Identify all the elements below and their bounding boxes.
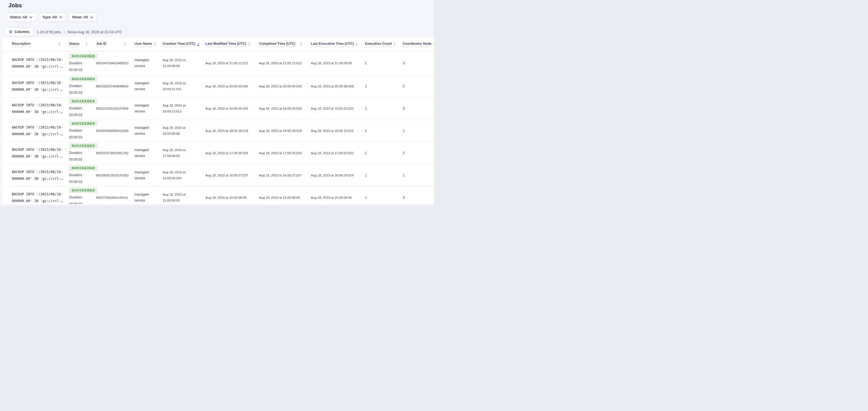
- sort-icon: [433, 42, 434, 46]
- sort-down-arrow: [248, 45, 251, 46]
- show-filter-dropdown[interactable]: Show: All: [69, 13, 97, 22]
- column-header-execcount[interactable]: Execution Count: [361, 37, 398, 51]
- status-badge: SUCCEEDED: [69, 187, 97, 193]
- column-header-description[interactable]: Description: [3, 37, 65, 51]
- status-badge: SUCCEEDED: [69, 165, 97, 171]
- sort-down-arrow: [433, 45, 434, 46]
- column-header-job_id[interactable]: Job ID: [92, 37, 130, 51]
- type-filter-dropdown[interactable]: Type: All: [39, 13, 65, 22]
- job-description-link[interactable]: BACKUP INTO '/2023/08/18-000000.00' IN '…: [12, 146, 63, 160]
- sort-down-arrow: [197, 45, 199, 46]
- last-execution-time-cell: Aug 18, 2023 at 18:00:15:015: [306, 119, 361, 142]
- filter-bar: Status: AllType: AllShow: All: [6, 13, 434, 22]
- sort-up-arrow: [248, 42, 251, 44]
- column-label: Description: [12, 42, 30, 47]
- description-cell: BACKUP INTO '/2023/08/18-000000.00' IN '…: [3, 97, 65, 119]
- sort-icon: [85, 42, 88, 46]
- job-description-link[interactable]: BACKUP INTO '/2023/08/18-000000.00' IN '…: [12, 169, 63, 182]
- since-timestamp: Since Aug 16, 2023 at 21:04 UTC: [67, 30, 122, 34]
- job-description-link[interactable]: BACKUP INTO '/2023/08/18-000000.00' IN '…: [12, 191, 63, 204]
- status-filter-dropdown[interactable]: Status: All: [6, 13, 36, 22]
- sort-down-arrow: [394, 45, 396, 46]
- column-label: Job ID: [96, 42, 106, 47]
- status-cell: SUCCEEDED Duration: 00:00:03: [65, 119, 92, 142]
- sort-icon: [124, 42, 126, 46]
- table-header-row: DescriptionStatusJob IDUser NameCreation…: [3, 37, 434, 51]
- jobs-page: Jobs Status: AllType: AllShow: All ⚙ Col…: [0, 0, 434, 206]
- creation-time-cell: Aug 18, 2023 at 21:00:09:09: [158, 51, 201, 75]
- creation-time-cell: Aug 18, 2023 at 15:00:00:00: [158, 186, 201, 204]
- column-header-creation[interactable]: Creation Time (UTC): [158, 37, 201, 51]
- status-badge: SUCCEEDED: [69, 53, 97, 59]
- job-description-link[interactable]: BACKUP INTO '/2023/08/18-000000.00' IN '…: [12, 102, 63, 115]
- status-badge: SUCCEEDED: [69, 143, 97, 149]
- sort-up-arrow: [433, 42, 434, 44]
- table-toolbar: ⚙ Columns 1-20 of 55 jobs | Since Aug 16…: [5, 27, 434, 36]
- job-duration: Duration: 00:00:03: [69, 60, 89, 73]
- job-duration: Duration: 00:00:03: [69, 127, 89, 141]
- chevron-down-icon: [29, 16, 32, 18]
- creation-time-cell: Aug 18, 2023 at 16:00:20:020: [158, 164, 201, 186]
- table-row: BACKUP INTO '/2023/08/18-000000.00' IN '…: [3, 186, 434, 204]
- columns-button[interactable]: ⚙ Columns: [5, 27, 34, 36]
- user-name-cell: managed-service: [130, 75, 158, 97]
- execution-count-cell: 1: [361, 97, 398, 119]
- job-duration: Duration: 00:00:03: [69, 83, 89, 96]
- column-header-status[interactable]: Status: [65, 37, 92, 51]
- column-header-lastexec[interactable]: Last Execution Time (UTC): [306, 37, 361, 51]
- job-description-link[interactable]: BACKUP INTO '/2023/08/18-000000.00' IN '…: [12, 80, 63, 93]
- column-header-user_name[interactable]: User Name: [130, 37, 158, 51]
- sort-up-arrow: [85, 42, 88, 44]
- completed-time-cell: Aug 18, 2023 at 15:00:08:08: [254, 186, 306, 204]
- user-name-cell: managed-service: [130, 119, 158, 142]
- column-label: Completed Time (UTC): [259, 42, 296, 47]
- last-execution-time-cell: Aug 18, 2023 at 20:00:38:038: [306, 75, 361, 97]
- column-label: Creation Time (UTC): [163, 42, 195, 47]
- sort-up-arrow: [394, 42, 396, 44]
- completed-time-cell: Aug 18, 2023 at 21:00:12:012: [254, 51, 306, 75]
- status-badge: SUCCEEDED: [69, 121, 97, 126]
- coordinator-node-cell: 3: [398, 186, 434, 204]
- user-name-cell: managed-service: [130, 164, 158, 186]
- sort-icon: [394, 42, 396, 46]
- job-description-link[interactable]: BACKUP INTO '/2023/08/18-000000.00' IN '…: [12, 124, 63, 138]
- job-duration: Duration: 00:00:03: [69, 194, 89, 204]
- sort-up-arrow: [58, 42, 61, 44]
- coordinator-node-cell: 2: [398, 142, 434, 164]
- job-duration: Duration: 00:00:03: [69, 149, 89, 163]
- description-cell: BACKUP INTO '/2023/08/18-000000.00' IN '…: [3, 142, 65, 164]
- user-name-cell: managed-service: [130, 51, 158, 75]
- column-header-coordinator[interactable]: Coordinator Node: [398, 37, 434, 51]
- status-cell: SUCCEEDED Duration: 00:00:03: [65, 142, 92, 164]
- column-label: Execution Count: [365, 42, 392, 47]
- description-cell: BACKUP INTO '/2023/08/18-000000.00' IN '…: [3, 51, 65, 75]
- execution-count-cell: 1: [361, 51, 398, 75]
- column-label: Last Execution Time (UTC): [311, 42, 354, 47]
- sort-down-arrow: [85, 45, 88, 46]
- last-modified-time-cell: Aug 18, 2023 at 16:00:27:027: [201, 164, 254, 186]
- column-header-completed[interactable]: Completed Time (UTC): [254, 37, 306, 51]
- status-cell: SUCCEEDED Duration: 00:00:03: [65, 51, 92, 75]
- last-modified-time-cell: Aug 18, 2023 at 21:00:12:012: [201, 51, 254, 75]
- status-badge: SUCCEEDED: [69, 98, 97, 104]
- last-execution-time-cell: Aug 18, 2023 at 16:00:24:024: [306, 164, 361, 186]
- column-label: User Name: [134, 42, 152, 47]
- chevron-down-icon: [90, 16, 93, 18]
- page-title: Jobs: [0, 0, 434, 9]
- last-execution-time-cell: Aug 18, 2023 at 21:00:09:09: [306, 51, 361, 75]
- job-description-link[interactable]: BACKUP INTO '/2023/08/18-000000.00' IN '…: [12, 56, 63, 70]
- sort-up-arrow: [124, 42, 126, 44]
- completed-time-cell: Aug 18, 2023 at 18:00:18:018: [254, 119, 306, 142]
- sort-up-arrow: [197, 42, 199, 44]
- sort-down-arrow: [124, 45, 126, 46]
- creation-time-cell: Aug 18, 2023 at 18:00:08:08: [158, 119, 201, 142]
- filter-label: Status: All: [10, 15, 27, 19]
- user-name-cell: managed-service: [130, 186, 158, 204]
- table-row: BACKUP INTO '/2023/08/18-000000.00' IN '…: [3, 51, 434, 75]
- column-label: Coordinator Node: [403, 42, 431, 47]
- filter-label: Type: All: [42, 15, 57, 19]
- creation-time-cell: Aug 18, 2023 at 19:00:13:013: [158, 97, 201, 119]
- execution-count-cell: 1: [361, 75, 398, 97]
- column-header-modified[interactable]: Last Modified Time (UTC): [201, 37, 254, 51]
- last-modified-time-cell: Aug 18, 2023 at 18:00:18:018: [201, 119, 254, 142]
